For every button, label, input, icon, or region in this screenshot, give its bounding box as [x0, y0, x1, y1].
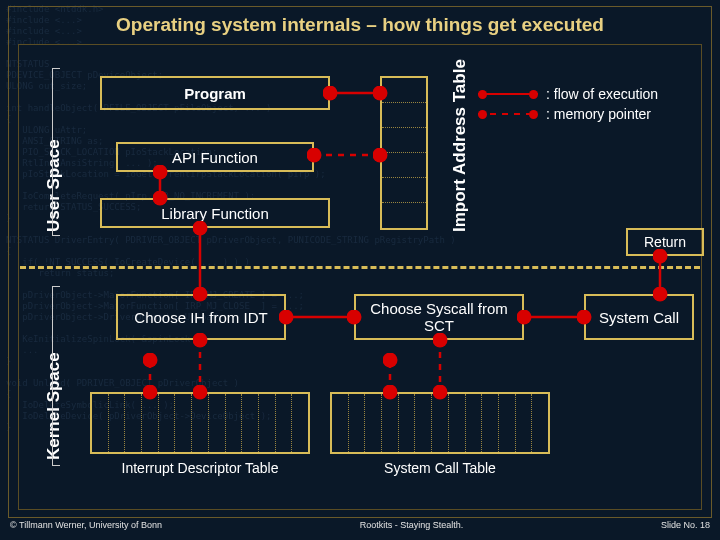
- legend-pointer-label: : memory pointer: [546, 106, 651, 122]
- label-sct: System Call Table: [330, 460, 550, 476]
- footer-right: Slide No. 18: [661, 520, 710, 536]
- legend-flow-icon: [478, 86, 538, 102]
- box-return: Return: [626, 228, 704, 256]
- bracket-user-space: [52, 68, 60, 236]
- box-api-function: API Function: [116, 142, 314, 172]
- box-program: Program: [100, 76, 330, 110]
- legend-flow-label: : flow of execution: [546, 86, 658, 102]
- iat-block: [380, 76, 428, 230]
- legend-pointer-icon: [478, 106, 538, 122]
- bracket-kernel-space: [52, 286, 60, 466]
- user-kernel-divider: [20, 266, 700, 269]
- label-idt: Interrupt Descriptor Table: [90, 460, 310, 476]
- box-system-call: System Call: [584, 294, 694, 340]
- footer-left: © Tillmann Werner, University of Bonn: [10, 520, 162, 536]
- idt-table: [90, 392, 310, 454]
- box-choose-ih: Choose IH from IDT: [116, 294, 286, 340]
- box-choose-syscall: Choose Syscall from SCT: [354, 294, 524, 340]
- footer-center: Rootkits - Staying Stealth.: [360, 520, 464, 536]
- footer: © Tillmann Werner, University of Bonn Ro…: [0, 520, 720, 536]
- sct-table: [330, 392, 550, 454]
- legend: : flow of execution : memory pointer: [478, 84, 658, 124]
- label-iat: Import Address Table: [450, 59, 470, 232]
- box-library-function: Library Function: [100, 198, 330, 228]
- slide-title: Operating system internals – how things …: [0, 14, 720, 36]
